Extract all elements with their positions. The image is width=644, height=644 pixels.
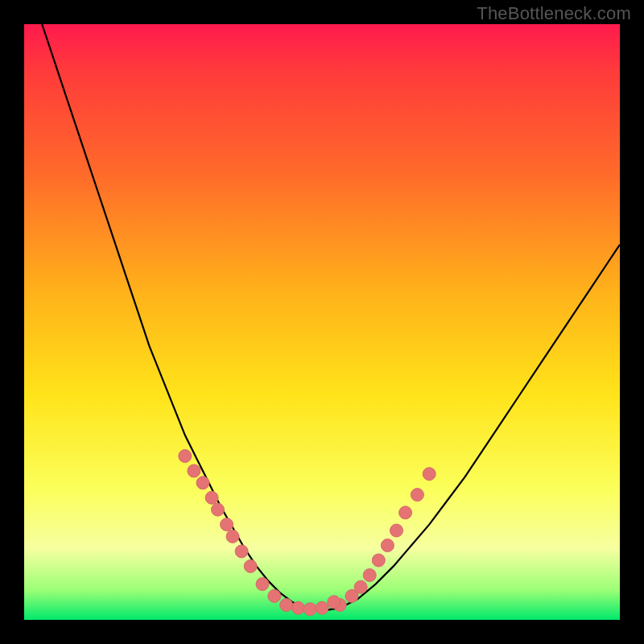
marker-dot <box>196 477 209 489</box>
marker-dot <box>390 524 403 537</box>
marker-dot <box>399 506 412 519</box>
marker-dot <box>303 603 316 616</box>
marker-dot <box>188 464 200 477</box>
marker-dot <box>328 596 341 609</box>
marker-dot <box>423 468 436 481</box>
marker-dot <box>268 589 281 602</box>
marker-dot <box>205 491 218 504</box>
marker-dot <box>291 601 304 614</box>
marker-dot <box>381 539 394 552</box>
scatter-markers <box>179 450 436 616</box>
marker-dot <box>354 580 367 593</box>
marker-dot <box>179 450 192 463</box>
marker-dot <box>372 554 385 567</box>
watermark-text: TheBottleneck.com <box>477 3 631 24</box>
marker-dot <box>221 518 233 531</box>
marker-dot <box>235 545 248 558</box>
marker-dot <box>226 530 239 543</box>
bottleneck-curve <box>42 24 620 611</box>
chart-frame: TheBottleneck.com <box>0 0 644 644</box>
plot-area <box>24 24 620 620</box>
marker-dot <box>256 578 269 591</box>
marker-dot <box>411 489 423 502</box>
marker-dot <box>280 599 293 612</box>
marker-dot <box>244 559 257 572</box>
chart-svg <box>24 24 620 620</box>
marker-dot <box>212 503 225 516</box>
marker-dot <box>316 601 328 614</box>
marker-dot <box>363 569 376 582</box>
